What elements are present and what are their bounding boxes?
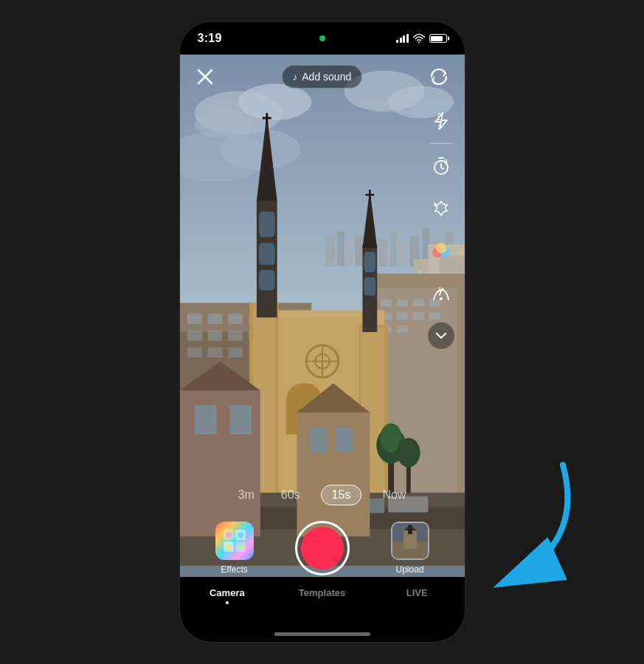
beauty-button[interactable] — [426, 194, 456, 224]
svg-point-116 — [238, 544, 243, 550]
nav-live-label: LIVE — [406, 587, 428, 598]
flash-button[interactable] — [426, 106, 456, 136]
chevron-down-icon — [435, 332, 447, 339]
nav-active-dot — [226, 601, 229, 604]
duration-selector: 3m 60s 15s Now — [180, 485, 465, 505]
timer-button[interactable]: 3 — [426, 151, 456, 181]
speed-icon: 1x — [432, 285, 451, 304]
svg-text:1x: 1x — [438, 286, 444, 291]
add-sound-label: Add sound — [302, 71, 351, 83]
flash-control — [426, 106, 456, 136]
beauty-icon — [432, 199, 451, 218]
phone-frame: 3:19 — [179, 21, 466, 643]
beauty-control — [426, 194, 456, 224]
svg-text:3: 3 — [444, 158, 448, 165]
duration-now[interactable]: Now — [376, 485, 412, 505]
nav-camera-label: Camera — [210, 587, 245, 598]
effects-label: Effects — [221, 564, 247, 575]
thumbnail-image-icon — [392, 523, 428, 558]
flash-icon — [433, 111, 449, 131]
nav-templates-label: Templates — [299, 587, 345, 598]
capture-inner — [301, 527, 344, 570]
nav-templates[interactable]: Templates — [274, 584, 370, 601]
capture-area: Effects — [180, 521, 465, 575]
add-sound-button[interactable]: ♪ Add sound — [282, 65, 362, 89]
effects-grid-icon — [221, 527, 249, 555]
flip-camera-icon — [429, 66, 449, 87]
more-controls-button[interactable] — [428, 322, 454, 349]
svg-point-114 — [238, 532, 243, 538]
music-note-icon: ♪ — [293, 72, 298, 83]
timer-control: 3 — [426, 151, 456, 181]
wifi-icon — [413, 34, 425, 43]
status-icons — [396, 34, 447, 43]
close-icon — [197, 69, 213, 85]
capture-button[interactable] — [295, 521, 350, 575]
speed-button[interactable]: 1x — [426, 280, 456, 309]
battery-icon — [429, 34, 447, 43]
upload-thumbnail — [391, 522, 429, 560]
camera-overlay: ♪ Add sound — [180, 55, 465, 642]
speed-control: 1x — [426, 280, 456, 309]
right-controls: 3 — [426, 106, 456, 349]
viewfinder: ♪ Add sound — [180, 55, 465, 642]
svg-point-106 — [436, 243, 446, 253]
status-time: 3:19 — [198, 32, 222, 45]
status-bar: 3:19 — [180, 22, 465, 55]
duration-15s[interactable]: 15s — [321, 485, 362, 505]
arrow-annotation — [437, 450, 600, 612]
effects-icon — [215, 522, 254, 560]
top-bar: ♪ Add sound — [180, 55, 465, 99]
timer-icon: 3 — [432, 156, 451, 176]
nav-camera[interactable]: Camera — [180, 584, 275, 607]
filters-control — [426, 237, 456, 266]
svg-point-0 — [418, 41, 420, 43]
svg-point-107 — [440, 297, 443, 300]
filters-icon — [431, 242, 451, 261]
svg-point-115 — [226, 544, 232, 550]
filters-button[interactable] — [426, 237, 456, 266]
effects-button[interactable]: Effects — [215, 522, 254, 575]
divider — [430, 143, 452, 144]
svg-point-113 — [226, 532, 232, 538]
upload-label: Upload — [395, 564, 423, 575]
flip-camera-button[interactable] — [426, 63, 452, 90]
svg-rect-121 — [408, 525, 412, 534]
close-button[interactable] — [192, 63, 218, 90]
status-dot — [319, 35, 325, 41]
home-indicator — [274, 632, 370, 636]
duration-3m[interactable]: 3m — [232, 485, 260, 505]
signal-icon — [396, 34, 409, 43]
bottom-nav: Camera Templates LIVE — [180, 577, 465, 642]
duration-60s[interactable]: 60s — [275, 485, 306, 505]
upload-button[interactable]: Upload — [391, 522, 429, 575]
